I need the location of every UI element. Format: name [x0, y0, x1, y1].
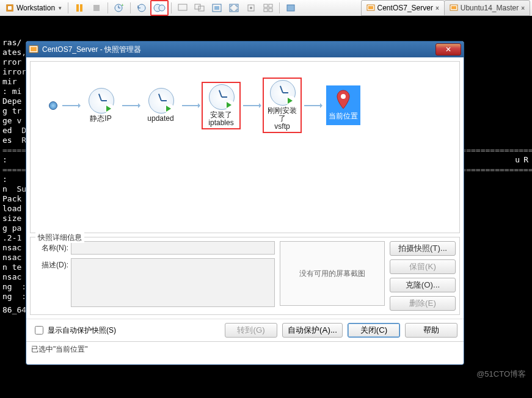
svg-rect-30 [31, 47, 37, 51]
snapshot-node[interactable]: 刚刚安装了vsftp [263, 78, 302, 133]
desc-textarea[interactable] [71, 258, 275, 307]
tab-label: CentOS7_Server [377, 4, 433, 12]
vm-tabs: CentOS7_Server × Ubuntu14_Master × [361, 0, 530, 16]
library-icon [286, 4, 296, 12]
main-toolbar: Workstation ▼ + CentOS7_Server × Ubuntu1… [0, 0, 532, 16]
stop-icon [92, 4, 101, 12]
arrow-icon [182, 105, 199, 106]
svg-rect-2 [76, 4, 79, 12]
pin-icon [333, 89, 354, 110]
keep-button[interactable]: 保留(K) [390, 259, 456, 274]
details-legend: 快照详细信息 [35, 233, 84, 243]
snapshot-label: 刚刚安装了vsftp [265, 107, 299, 131]
status-bar: 已选中"当前位置" [26, 341, 464, 356]
show-autoprotect-checkbox[interactable]: 显示自动保护快照(S) [32, 324, 116, 336]
svg-rect-21 [269, 4, 272, 7]
fit-guest-button[interactable] [208, 1, 225, 15]
svg-rect-13 [195, 4, 200, 9]
multi-monitor-button[interactable] [191, 1, 208, 15]
svg-rect-12 [178, 4, 187, 10]
thumbnail-icon [263, 4, 273, 12]
svg-rect-1 [8, 6, 12, 10]
vmware-icon [5, 4, 14, 12]
thumbnail-button[interactable] [260, 1, 277, 15]
name-input[interactable] [71, 241, 275, 255]
fullscreen-button[interactable] [225, 1, 242, 15]
close-icon[interactable]: × [435, 5, 439, 12]
close-dialog-button[interactable]: 关闭(C) [348, 323, 400, 338]
snapshot-manager-button[interactable] [150, 0, 169, 16]
arrow-icon [243, 105, 260, 106]
snapshot-take-icon: + [114, 3, 125, 13]
stop-button[interactable] [88, 1, 105, 15]
tab-label: Ubuntu14_Master [461, 4, 519, 12]
arrow-icon [122, 105, 139, 106]
snapshot-manager-dialog: CentOS7_Server - 快照管理器 ✕ 静态IPupdated安装了i… [26, 41, 464, 365]
close-icon: ✕ [445, 45, 451, 54]
goto-button[interactable]: 转到(G) [225, 323, 277, 338]
library-button[interactable] [282, 1, 299, 15]
autoprotect-button[interactable]: 自动保护(A)... [282, 323, 343, 338]
display-multi-icon [194, 4, 205, 12]
arrow-icon [62, 105, 79, 106]
snapshot-details: 快照详细信息 名称(N): 描述(D): 没有可用的屏幕截图 拍摄快照(T)..… [30, 237, 460, 315]
show-console-button[interactable] [174, 1, 191, 15]
svg-rect-16 [214, 6, 219, 10]
svg-rect-14 [199, 6, 204, 11]
start-node [49, 101, 57, 110]
snapshot-revert-icon [136, 3, 147, 13]
snapshot-node[interactable]: updated [144, 88, 177, 123]
fullscreen-icon [229, 4, 239, 12]
dialog-titlebar[interactable]: CentOS7_Server - 快照管理器 ✕ [26, 42, 464, 57]
tab-centos7[interactable]: CentOS7_Server × [361, 0, 445, 16]
close-icon[interactable]: × [521, 5, 525, 12]
take-snapshot-button[interactable]: 拍摄快照(T)... [390, 241, 456, 256]
svg-rect-28 [451, 6, 456, 9]
checkbox-icon[interactable] [35, 326, 43, 335]
workstation-menu[interactable]: Workstation ▼ [2, 1, 65, 15]
unity-icon [246, 4, 256, 12]
svg-rect-3 [80, 4, 82, 12]
snapshot-revert-button[interactable] [133, 1, 150, 15]
svg-rect-24 [287, 5, 294, 11]
app-label: Workstation [16, 4, 55, 12]
svg-point-11 [159, 5, 165, 11]
vm-icon [29, 45, 38, 54]
screenshot-preview: 没有可用的屏幕截图 [280, 241, 385, 306]
help-button[interactable]: 帮助 [405, 323, 457, 338]
snapshot-label: 安装了iptables [208, 111, 233, 127]
pause-button[interactable] [71, 1, 88, 15]
name-label: 名称(N): [34, 241, 68, 253]
current-position-node[interactable]: 当前位置 [326, 85, 360, 125]
svg-point-19 [250, 7, 252, 9]
snapshot-label: 静态IP [90, 115, 111, 123]
watermark: @51CTO博客 [476, 369, 526, 380]
clone-button[interactable]: 克隆(O)... [390, 278, 456, 292]
dialog-bottom-bar: 显示自动保护快照(S) 转到(G) 自动保护(A)... 关闭(C) 帮助 [26, 319, 464, 341]
snapshot-tree[interactable]: 静态IPupdated安装了iptables刚刚安装了vsftp当前位置 [30, 61, 460, 233]
desc-label: 描述(D): [34, 258, 68, 270]
close-button[interactable]: ✕ [435, 43, 461, 56]
svg-rect-26 [368, 6, 373, 9]
snapshot-node[interactable]: 静态IP [84, 88, 117, 123]
svg-rect-23 [269, 9, 272, 12]
pause-icon [75, 4, 84, 12]
snapshot-node[interactable]: 安装了iptables [202, 82, 241, 129]
unity-button[interactable] [242, 1, 260, 15]
svg-text:+: + [121, 3, 124, 8]
play-icon [225, 100, 235, 110]
vm-icon [366, 4, 375, 12]
current-label: 当前位置 [329, 111, 358, 121]
chevron-down-icon: ▼ [57, 5, 62, 11]
svg-point-31 [341, 94, 346, 99]
play-icon [164, 104, 174, 114]
delete-button[interactable]: 删除(E) [390, 296, 456, 311]
display-icon [178, 4, 188, 12]
arrow-icon [304, 105, 321, 106]
dialog-title: CentOS7_Server - 快照管理器 [42, 45, 141, 55]
tab-ubuntu14[interactable]: Ubuntu14_Master × [444, 0, 530, 16]
svg-rect-22 [264, 9, 268, 12]
snapshot-label: updated [147, 115, 173, 123]
snapshot-take-button[interactable]: + [111, 1, 128, 15]
svg-rect-4 [93, 5, 100, 11]
